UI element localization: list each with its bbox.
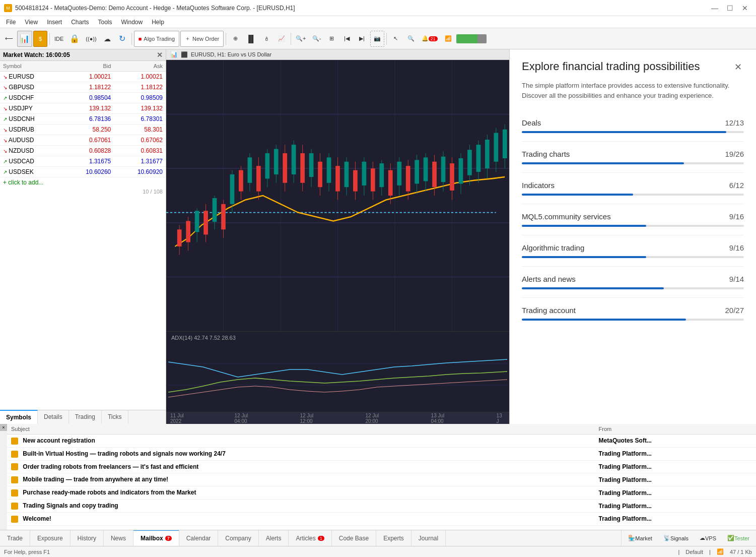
vps-tab[interactable]: ☁ VPS (695, 532, 721, 545)
mailbox-row[interactable]: Order trading robots from freelancers — … (7, 460, 756, 473)
symbol-row[interactable]: ↘ GBPUSD 1.18122 1.18122 (0, 82, 166, 93)
toolbar-cloud-btn[interactable]: ☁ (100, 31, 114, 47)
mailbox-row[interactable]: Mobile trading — trade from anywhere at … (7, 473, 756, 486)
bottom-tab-journal[interactable]: Journal (411, 530, 446, 546)
toolbar-grid-btn[interactable]: ⊞ (325, 31, 339, 47)
toolbar-candle-btn[interactable]: 🕯 (259, 31, 273, 47)
chart-main[interactable] (166, 60, 509, 331)
bottom-panel-wrapper: × Subject From New account registration … (0, 424, 756, 530)
progress-item[interactable]: Indicators 6/12 (522, 173, 744, 204)
bottom-tab-articles[interactable]: Articles1 (289, 530, 331, 546)
market-tab[interactable]: 🏪 Market (624, 532, 657, 545)
bottom-tab-history[interactable]: History (71, 530, 104, 546)
symbol-row[interactable]: ↗ USDCAD 1.31675 1.31677 (0, 156, 166, 167)
menu-file[interactable]: File (2, 18, 20, 27)
status-mode: Default (685, 549, 703, 555)
bottom-tab-exposure[interactable]: Exposure (30, 530, 71, 546)
tester-tab[interactable]: ✅ Tester (723, 532, 754, 545)
symbol-row[interactable]: ↘ USDJPY 139.132 139.132 (0, 103, 166, 114)
bottom-tab-experts[interactable]: Experts (376, 530, 411, 546)
bottom-tab-calendar[interactable]: Calendar (179, 530, 219, 546)
mailbox-row[interactable]: New account registration MetaQuotes Soft… (7, 435, 756, 448)
bottom-tab-trade[interactable]: Trade (0, 530, 30, 546)
symbol-row[interactable]: ↗ USDCNH 6.78136 6.78301 (0, 114, 166, 125)
algo-trading-btn[interactable]: ■ Algo Trading (134, 31, 179, 47)
maximize-btn[interactable]: ☐ (723, 3, 737, 13)
progress-bar-bg (522, 162, 744, 164)
menu-help[interactable]: Help (148, 18, 168, 27)
progress-item[interactable]: Alerts and news 9/14 (522, 267, 744, 298)
progress-item[interactable]: Trading charts 19/26 (522, 142, 744, 173)
minimize-btn[interactable]: — (708, 3, 722, 13)
svg-rect-36 (283, 153, 287, 183)
toolbar-crosshair-btn[interactable]: ⊕ (228, 31, 242, 47)
toolbar-screenshot-btn[interactable]: 📷 (370, 31, 384, 47)
symbol-row[interactable]: ↘ USDRUB 58.250 58.301 (0, 125, 166, 135)
toolbar-dollar-btn[interactable]: $ (33, 31, 47, 47)
search-icon: 🔍 (407, 35, 415, 42)
mw-tab-details[interactable]: Details (38, 410, 69, 424)
toolbar-signal-btn[interactable]: 📶 (441, 31, 455, 47)
bottom-tab-news[interactable]: News (104, 530, 133, 546)
symbol-row[interactable]: ↗ USDCHF 0.98504 0.98509 (0, 93, 166, 103)
svg-rect-20 (213, 198, 217, 222)
symbol-row[interactable]: ↗ USDSEK 10.60260 10.60920 (0, 167, 166, 177)
toolbar-notifications-btn[interactable]: 🔔 21 (419, 31, 440, 47)
toolbar-ide-btn[interactable]: IDE (52, 31, 66, 47)
menu-charts[interactable]: Charts (67, 18, 93, 27)
back-icon: ⟵ (5, 35, 13, 42)
toolbar-bar-chart-btn[interactable]: ▐▌ (243, 31, 258, 47)
mailbox-row[interactable]: Welcome! Trading Platform... (7, 512, 756, 525)
toolbar-scroll-right-btn[interactable]: ▶| (355, 31, 369, 47)
menu-insert[interactable]: Insert (43, 18, 66, 27)
mailbox-row[interactable]: Purchase ready-made robots and indicator… (7, 486, 756, 500)
mailbox-row[interactable]: Built-in Virtual Hosting — trading robot… (7, 447, 756, 460)
bottom-tab-code base[interactable]: Code Base (332, 530, 376, 546)
svg-rect-70 (432, 162, 437, 187)
mw-tab-trading[interactable]: Trading (69, 410, 102, 424)
menu-window[interactable]: Window (117, 18, 147, 27)
toolbar-refresh-btn[interactable]: ↻ (115, 31, 129, 47)
status-bar: For Help, press F1 | Default | 📶 47 / 1 … (0, 546, 756, 557)
market-watch-close-btn[interactable]: ✕ (157, 51, 163, 59)
bottom-tab-alerts[interactable]: Alerts (259, 530, 289, 546)
bottom-tab-mailbox[interactable]: Mailbox7 (133, 530, 179, 546)
toolbar-zoom-out-btn[interactable]: 🔍- (310, 31, 324, 47)
progress-item-header: MQL5.community services 9/16 (522, 212, 744, 221)
toolbar-back-btn[interactable]: ⟵ (2, 31, 16, 47)
progress-item[interactable]: Deals 12/13 (522, 110, 744, 142)
mailbox-row[interactable]: Trading Signals and copy trading Trading… (7, 500, 756, 513)
add-symbol-btn[interactable]: + click to add... (0, 177, 166, 188)
svg-rect-68 (424, 157, 428, 181)
signals-tab[interactable]: 📡 Signals (659, 532, 693, 545)
symbol-row[interactable]: ↘ NZDUSD 0.60828 0.60831 (0, 146, 166, 156)
toolbar-zoom-in-btn[interactable]: 🔍+ (293, 31, 308, 47)
symbol-name: ↗ USDSEK (0, 167, 62, 177)
mw-tab-symbols[interactable]: Symbols (0, 410, 38, 424)
menu-tools[interactable]: Tools (94, 18, 116, 27)
toolbar-lock-btn[interactable]: 🔒 (67, 31, 82, 47)
svg-rect-66 (415, 160, 419, 183)
svg-rect-28 (248, 157, 252, 182)
explore-close-btn[interactable]: ✕ (732, 59, 744, 75)
toolbar-search-btn[interactable]: 🔍 (404, 31, 418, 47)
progress-item[interactable]: Algorithmic trading 9/16 (522, 235, 744, 267)
toolbar-cursor-btn[interactable]: ↖ (389, 31, 403, 47)
toolbar-chart-btn[interactable]: 📊 (17, 31, 32, 47)
menu-view[interactable]: View (21, 18, 42, 27)
close-btn[interactable]: ✕ (738, 3, 752, 13)
bottom-panel-close-btn[interactable]: × (0, 424, 7, 431)
progress-item[interactable]: MQL5.community services 9/16 (522, 204, 744, 235)
symbol-row[interactable]: ↘ EURUSD 1.00021 1.00021 (0, 72, 166, 82)
toolbar-line-chart-btn[interactable]: 📈 (274, 31, 289, 47)
new-order-btn[interactable]: ＋ New Order (180, 31, 224, 47)
progress-item[interactable]: Trading account 20/27 (522, 298, 744, 329)
progress-bar-bg (522, 256, 744, 258)
toolbar-scroll-left-btn[interactable]: |◀ (340, 31, 354, 47)
mw-tab-ticks[interactable]: Ticks (102, 410, 128, 424)
symbol-row[interactable]: ↘ AUDUSD 0.67061 0.67062 (0, 135, 166, 146)
symbol-ask: 1.31677 (114, 156, 166, 167)
status-separator2: | (709, 549, 711, 555)
bottom-tab-company[interactable]: Company (218, 530, 258, 546)
toolbar-wave-btn[interactable]: ((●)) (83, 31, 99, 47)
